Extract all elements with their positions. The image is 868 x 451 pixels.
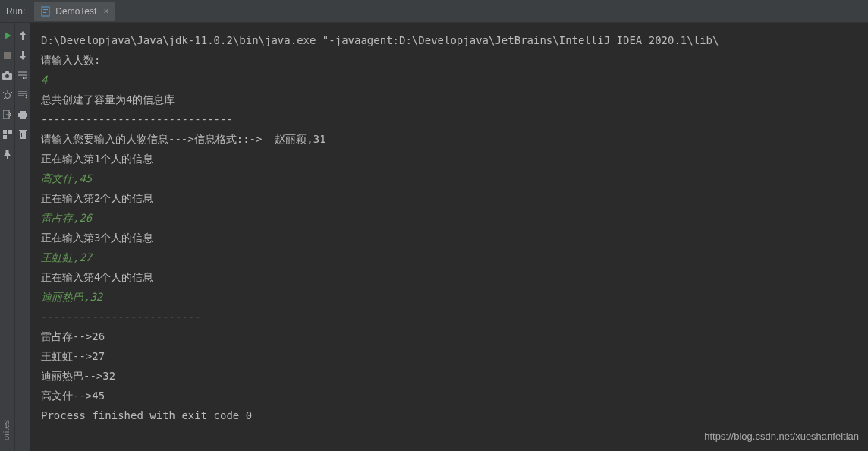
console-input-line: 王虹虹,27 xyxy=(41,248,868,267)
stop-icon[interactable] xyxy=(2,50,13,61)
console-output-line: ------------------------- xyxy=(41,307,868,326)
svg-rect-5 xyxy=(4,52,11,59)
run-tab[interactable]: DemoTest × xyxy=(34,2,115,20)
tab-label: DemoTest xyxy=(55,6,96,17)
run-header: Run: DemoTest × xyxy=(0,0,868,23)
scroll-end-icon[interactable] xyxy=(17,90,28,100)
up-arrow-icon[interactable] xyxy=(17,30,28,41)
console-output-line: 正在输入第1个人的信息 xyxy=(41,149,868,169)
console-output-line: 高文什-->45 xyxy=(41,386,868,405)
svg-point-8 xyxy=(5,74,9,78)
svg-rect-2 xyxy=(43,11,48,11)
console-output[interactable]: D:\Developjava\Java\jdk-11.0.2\bin\java.… xyxy=(30,23,868,451)
main-area: D:\Developjava\Java\jdk-11.0.2\bin\java.… xyxy=(0,23,868,451)
svg-rect-12 xyxy=(8,130,12,134)
svg-rect-14 xyxy=(20,111,26,113)
exit-icon[interactable] xyxy=(2,109,13,120)
svg-rect-11 xyxy=(3,130,7,134)
console-output-line: 正在输入第4个人的信息 xyxy=(41,267,868,287)
file-icon xyxy=(40,6,51,17)
svg-rect-16 xyxy=(20,117,26,119)
svg-rect-19 xyxy=(21,133,22,137)
trash-icon[interactable] xyxy=(17,129,28,140)
console-input-line: 4 xyxy=(41,70,868,90)
console-output-line: 王虹虹-->27 xyxy=(41,346,868,366)
svg-marker-4 xyxy=(5,32,11,39)
console-output-line: Process finished with exit code 0 xyxy=(41,405,868,425)
run-toolbar-mid xyxy=(15,23,30,451)
console-input-line: 迪丽热巴,32 xyxy=(41,287,868,307)
svg-rect-7 xyxy=(5,71,9,74)
debug-icon[interactable] xyxy=(2,90,13,100)
rerun-icon[interactable] xyxy=(2,30,13,41)
console-output-line: D:\Developjava\Java\jdk-11.0.2\bin\java.… xyxy=(41,30,868,50)
print-icon[interactable] xyxy=(17,109,28,120)
svg-rect-20 xyxy=(24,133,24,137)
watermark-text: https://blog.csdn.net/xueshanfeitian xyxy=(704,430,859,442)
console-output-line: 迪丽热巴-->32 xyxy=(41,366,868,386)
console-output-line: 总共创建了容量为4的信息库 xyxy=(41,90,868,109)
soft-wrap-icon[interactable] xyxy=(17,70,28,80)
svg-rect-15 xyxy=(18,113,27,117)
console-output-line: ------------------------------ xyxy=(41,109,868,129)
svg-rect-17 xyxy=(20,131,26,139)
layout-icon[interactable] xyxy=(2,129,13,140)
console-output-line: 正在输入第2个人的信息 xyxy=(41,188,868,208)
console-output-line: 请输入人数: xyxy=(41,50,868,70)
svg-rect-1 xyxy=(43,9,48,10)
svg-point-9 xyxy=(5,93,10,99)
pin-icon[interactable] xyxy=(2,149,13,159)
run-panel-label: Run: xyxy=(6,6,25,17)
sidebar-collapsed-label[interactable]: orites xyxy=(0,417,12,443)
console-output-line: 请输入您要输入的人物信息--->信息格式::-> 赵丽颖,31 xyxy=(41,129,868,149)
console-input-line: 高文什,45 xyxy=(41,169,868,188)
svg-rect-3 xyxy=(43,12,46,13)
console-output-line: 正在输入第3个人的信息 xyxy=(41,228,868,248)
console-output-line: 雷占存-->26 xyxy=(41,326,868,346)
down-arrow-icon[interactable] xyxy=(17,50,28,61)
console-input-line: 雷占存,26 xyxy=(41,208,868,228)
svg-rect-13 xyxy=(3,135,7,139)
run-toolbar-left xyxy=(0,23,15,451)
camera-icon[interactable] xyxy=(2,70,13,80)
close-tab-icon[interactable]: × xyxy=(103,6,108,16)
svg-rect-18 xyxy=(19,130,27,131)
